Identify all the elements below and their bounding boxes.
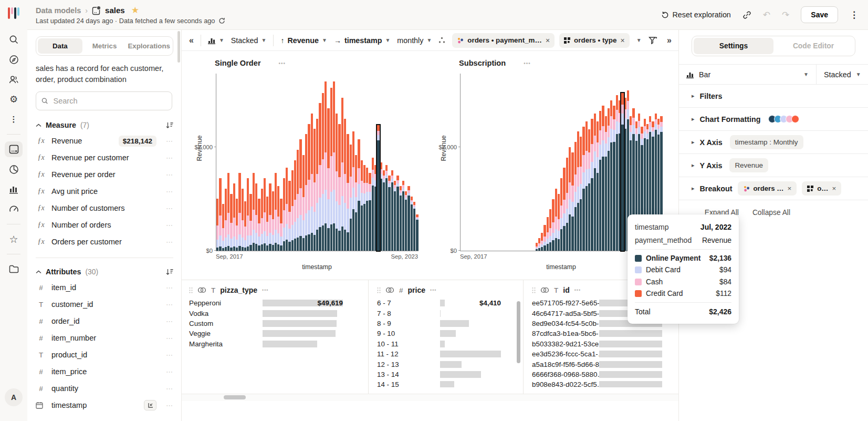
row-menu-icon[interactable]: ⋯	[166, 171, 173, 179]
field-item-avg-unit-price[interactable]: ƒxAvg unit price⋯	[36, 183, 173, 200]
sidebar-scrollbar[interactable]	[177, 31, 180, 63]
field-item-item_number[interactable]: #item_number⋯	[36, 330, 173, 346]
search-icon[interactable]	[5, 32, 23, 47]
value-row[interactable]: 14 - 15	[377, 379, 515, 387]
bar[interactable]	[330, 88, 332, 251]
value-row[interactable]: 9 - 10	[377, 328, 515, 338]
bar[interactable]	[599, 111, 601, 251]
remove-breakout-icon[interactable]: ×	[546, 36, 550, 45]
value-row[interactable]: Veggie	[189, 328, 361, 338]
bar[interactable]	[225, 189, 227, 251]
section-chip[interactable]: timestamp : Monthly	[730, 135, 803, 149]
settings-section-breakout[interactable]: ▸Breakoutorders …×o…×	[679, 177, 868, 200]
saved-explorations-icon[interactable]	[5, 161, 23, 177]
value-row[interactable]: Margherita	[189, 339, 361, 349]
bar[interactable]	[305, 134, 307, 251]
field-item-revenue-per-order[interactable]: ƒxRevenue per order⋯	[36, 166, 173, 183]
field-item-customer_id[interactable]: Tcustomer_id⋯	[36, 296, 173, 313]
panel-header-price[interactable]: #price•••	[377, 280, 515, 298]
bar[interactable]	[394, 181, 396, 251]
row-menu-icon[interactable]: ⋯	[166, 317, 173, 325]
user-avatar[interactable]: A	[5, 388, 23, 406]
more-menu-icon[interactable]: ⋮	[5, 111, 23, 127]
measure-dropdown[interactable]: ↑ Revenue ▼	[280, 36, 327, 45]
bar[interactable]	[308, 124, 310, 251]
bar[interactable]	[580, 137, 582, 251]
panel-menu-icon[interactable]: •••	[262, 287, 268, 293]
sort-icon-button[interactable]	[166, 122, 173, 129]
value-row[interactable]: Pepperoni$49,619	[189, 298, 361, 308]
bar[interactable]	[597, 121, 599, 251]
value-row[interactable]: Vodka	[189, 308, 361, 318]
granularity-dropdown[interactable]: monthly ▼	[397, 36, 432, 45]
data-model-icon[interactable]	[5, 141, 23, 157]
bar[interactable]	[541, 233, 543, 251]
panel-header-pizza_type[interactable]: Tpizza_type•••	[189, 280, 361, 298]
stack-mode-dropdown[interactable]: Stacked ▼	[231, 36, 267, 45]
field-item-number-of-orders[interactable]: ƒxNumber of orders⋯	[36, 217, 173, 233]
metrics-gauge-icon[interactable]	[5, 201, 23, 217]
breakout-chip[interactable]: orders • payment_m…×	[452, 33, 555, 48]
bar[interactable]	[582, 127, 584, 251]
chart-type-dropdown[interactable]: ▼	[208, 37, 224, 44]
bar[interactable]	[602, 106, 604, 251]
bar[interactable]	[277, 186, 279, 251]
section-chip[interactable]: Revenue	[729, 158, 768, 172]
bar[interactable]	[385, 165, 388, 251]
collapse-sidebar-icon[interactable]: «	[189, 36, 194, 45]
bar[interactable]	[366, 168, 368, 251]
filter-add-icon[interactable]	[649, 36, 657, 45]
bar[interactable]	[272, 191, 274, 251]
field-item-timestamp[interactable]: timestamp⋯	[36, 397, 173, 414]
settings-section-y-axis[interactable]: ▸Y AxisRevenue	[679, 154, 868, 177]
bar[interactable]	[558, 194, 560, 251]
bar[interactable]	[372, 158, 374, 251]
bar[interactable]	[219, 178, 221, 251]
bar[interactable]	[363, 165, 365, 251]
field-item-item_price[interactable]: #item_price⋯	[36, 363, 173, 380]
bar[interactable]	[302, 155, 305, 251]
bar[interactable]	[591, 119, 593, 251]
bar[interactable]	[555, 189, 557, 251]
app-logo-icon[interactable]	[8, 7, 19, 19]
row-menu-icon[interactable]: ⋯	[166, 137, 173, 145]
bar[interactable]	[236, 199, 238, 251]
bar[interactable]	[369, 173, 371, 251]
dimension-dropdown[interactable]: → timestamp ▼	[334, 36, 390, 45]
bar[interactable]	[313, 129, 316, 251]
field-item-revenue-per-customer[interactable]: ƒxRevenue per customer⋯	[36, 149, 173, 166]
bar[interactable]	[413, 202, 415, 251]
breakout-chip[interactable]: orders • type×	[559, 33, 630, 48]
row-menu-icon[interactable]: ⋯	[166, 204, 173, 212]
row-menu-icon[interactable]: ⋯	[166, 284, 173, 292]
section-header-attributes[interactable]: Attributes(30)	[36, 264, 173, 279]
bar[interactable]	[291, 170, 294, 251]
bar[interactable]	[255, 183, 257, 251]
bar[interactable]	[294, 160, 296, 251]
bar[interactable]	[227, 173, 229, 251]
settings-section-chart-formatting[interactable]: ▸Chart Formatting	[679, 108, 868, 131]
expand-panel-icon[interactable]: »	[667, 36, 672, 45]
row-menu-icon[interactable]: ⋯	[166, 154, 173, 162]
value-row[interactable]: ee3d5236-fccc-5ca1-…	[532, 349, 671, 359]
bar[interactable]	[299, 139, 301, 251]
bar[interactable]	[538, 238, 540, 251]
bar[interactable]	[610, 100, 612, 251]
bar[interactable]	[543, 225, 546, 251]
share-link-icon[interactable]	[742, 11, 751, 19]
row-menu-icon[interactable]: ⋯	[166, 385, 173, 393]
bar[interactable]	[347, 134, 349, 251]
bar[interactable]	[286, 168, 288, 251]
row-menu-icon[interactable]: ⋯	[166, 238, 173, 246]
section-header-measure[interactable]: Measure(7)	[36, 118, 173, 132]
explore-compass-icon[interactable]	[5, 52, 23, 67]
overflow-menu-icon[interactable]: ⋮	[850, 9, 859, 20]
bar[interactable]	[563, 168, 565, 251]
bar[interactable]	[216, 199, 218, 251]
value-row[interactable]: 11 - 12	[377, 349, 515, 359]
bar[interactable]	[350, 145, 352, 251]
bar[interactable]	[391, 170, 393, 251]
breakout-chip[interactable]: o…×	[802, 181, 841, 196]
bar[interactable]	[374, 165, 377, 251]
value-row[interactable]: 8 - 9	[377, 319, 515, 328]
